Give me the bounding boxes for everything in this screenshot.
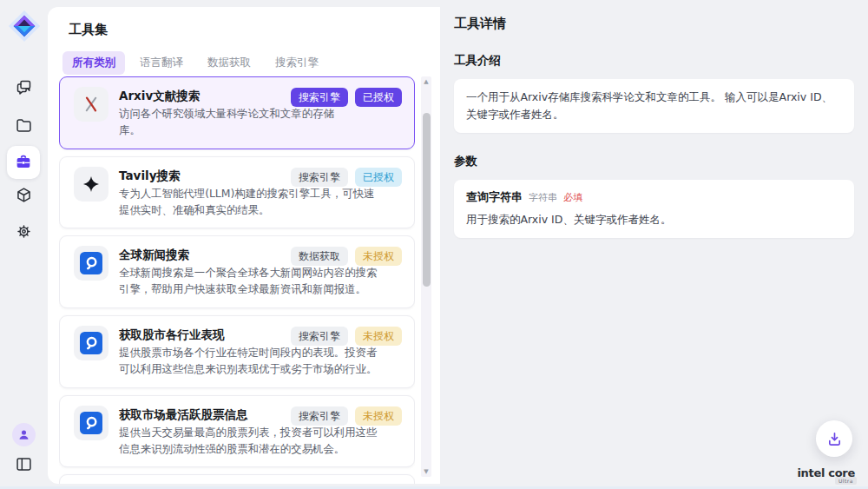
arxiv-icon [74,87,108,122]
tool-description: 访问各个研究领域大量科学论文和文章的存储库。 [119,106,338,139]
category-badge: 搜索引擎 [291,88,348,107]
param-name: 查询字符串 [466,189,523,205]
tool-badges: 搜索引擎已授权 [291,88,402,107]
download-icon [825,430,844,448]
category-badge: 搜索引擎 [291,406,348,426]
chat-icon [15,78,33,96]
scroll-up-icon[interactable]: ▲ [421,78,431,85]
category-badge: 搜索引擎 [291,168,348,187]
tool-card[interactable]: 获取股市各行业表现提供股票市场各个行业在特定时间段内的表现。投资者可以利用这些信… [59,315,415,388]
tool-description: 全球新闻搜索是一个聚合全球各大新闻网站内容的搜索引擎，帮助用户快速获取全球最新资… [119,265,385,298]
tavily-icon [74,167,108,202]
folder-icon [15,116,33,135]
user-avatar[interactable] [12,423,36,446]
intro-heading: 工具介绍 [454,53,854,69]
sidebar-item-settings[interactable] [15,222,33,241]
cube-icon [15,186,33,204]
gear-icon [15,222,33,241]
download-button[interactable] [816,420,852,457]
auth-badge: 未授权 [355,406,402,426]
sidebar-item-chat[interactable] [15,78,33,96]
quest-icon [74,246,108,281]
scrollbar-thumb[interactable] [423,113,431,287]
params-heading: 参数 [454,154,854,169]
param-description: 用于搜索的Arxiv ID、关键字或作者姓名。 [466,212,842,228]
list-scrollbar[interactable]: ▲ ▼ [421,76,431,477]
category-badge: 数据获取 [291,247,348,266]
app-logo[interactable] [8,10,41,43]
intro-card: 一个用于从Arxiv存储库搜索科学论文和文章的工具。 输入可以是Arxiv ID… [454,79,854,133]
quest-icon [74,326,108,360]
category-badge: 搜索引擎 [291,327,348,346]
sidebar-item-models[interactable] [15,186,33,204]
tool-card[interactable]: Tavily搜索专为人工智能代理(LLM)构建的搜索引擎工具，可快速提供实时、准… [59,156,415,229]
gem-logo-icon [8,10,41,43]
tool-badges: 搜索引擎已授权 [291,168,402,187]
sidebar-item-tools[interactable] [7,146,40,179]
tool-description: 专为人工智能代理(LLM)构建的搜索引擎工具，可快速提供实时、准确和真实的结果。 [119,186,385,219]
param-type: 字符串 [529,191,557,204]
tab-3[interactable]: 搜索引擎 [266,51,328,75]
auth-badge: 已授权 [355,168,402,187]
intro-text: 一个用于从Arxiv存储库搜索科学论文和文章的工具。 输入可以是Arxiv ID… [466,89,842,123]
tool-card[interactable]: 全球新闻搜索全球新闻搜索是一个聚合全球各大新闻网站内容的搜索引擎，帮助用户快速获… [59,235,415,308]
detail-title: 工具详情 [454,16,854,32]
tool-description: 提供股票市场各个行业在特定时间段内的表现。投资者可以利用这些信息来识别表现优于或… [119,345,385,378]
panel-icon [15,455,33,473]
page-title: 工具集 [69,22,440,38]
tool-badges: 搜索引擎未授权 [291,327,402,346]
param-card: 查询字符串 字符串 必填 用于搜索的Arxiv ID、关键字或作者姓名。 [454,180,854,238]
tab-all-categories[interactable]: 所有类别 [62,51,125,75]
left-rail [0,0,48,489]
avatar-icon [16,427,31,442]
auth-badge: 已授权 [355,88,402,107]
param-required-badge: 必填 [563,191,582,204]
tab-2[interactable]: 数据获取 [198,51,260,75]
auth-badge: 未授权 [355,247,402,266]
tool-description: 提供当天交易量最高的股票列表，投资者可以利用这些信息来识别流动性强的股票和潜在的… [119,425,385,458]
intel-ultra-badge: Ultra [835,477,857,485]
tool-card[interactable]: 万维地区新闻查询查询具体行政区划内的新闻，快速了解各地新闻动搜索引擎未授权 [59,474,415,484]
auth-badge: 未授权 [355,327,402,346]
category-tabs: 所有类别语言翻译数据获取搜索引擎 [62,51,440,75]
tool-badges: 数据获取未授权 [291,247,402,266]
scroll-down-icon[interactable]: ▼ [421,468,431,475]
tool-badges: 搜索引擎未授权 [291,406,402,426]
quest-icon [74,406,108,440]
toolbox-icon [14,153,33,172]
tool-card-list: Arxiv文献搜索访问各个研究领域大量科学论文和文章的存储库。搜索引擎已授权Ta… [59,76,415,484]
sidebar-item-panel-toggle[interactable] [15,455,33,473]
intel-core-logo: intel core Ultra [797,464,855,480]
app-window: 工具集 所有类别语言翻译数据获取搜索引擎 Arxiv文献搜索访问各个研究领域大量… [0,0,868,489]
tool-card[interactable]: Arxiv文献搜索访问各个研究领域大量科学论文和文章的存储库。搜索引擎已授权 [59,76,415,149]
sidebar-item-files[interactable] [15,116,33,135]
tools-list-panel: 工具集 所有类别语言翻译数据获取搜索引擎 Arxiv文献搜索访问各个研究领域大量… [48,7,440,484]
tool-card[interactable]: 获取市场最活跃股票信息提供当天交易量最高的股票列表，投资者可以利用这些信息来识别… [59,395,415,468]
tool-detail-panel: 工具详情 工具介绍 一个用于从Arxiv存储库搜索科学论文和文章的工具。 输入可… [440,0,868,489]
tab-1[interactable]: 语言翻译 [130,51,193,75]
